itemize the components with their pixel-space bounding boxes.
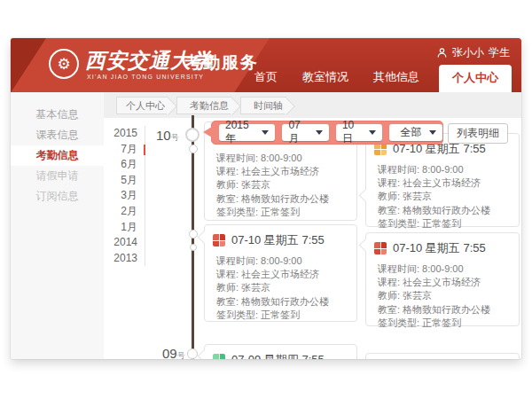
- timeline-node: [189, 145, 198, 153]
- breadcrumb-band: 个人中心 考勤信息 时间轴: [104, 92, 521, 118]
- attendance-card-clipped: [365, 353, 520, 359]
- classroom-row: 教室: 格物致知行政办公楼: [378, 204, 510, 217]
- teacher-row: 教师: 张芸京: [216, 281, 348, 294]
- timeline-month-march[interactable]: 3月: [105, 188, 137, 204]
- sidebar-item-attendance-info-active[interactable]: 考勤信息: [11, 145, 104, 166]
- caret-down-icon: [429, 130, 436, 135]
- timeline-month-may[interactable]: 5月: [105, 173, 137, 189]
- caret-down-icon: [262, 130, 269, 135]
- app-window: ⚙ 西安交通大学 XI'AN JIAO TONG UNIVERSITY 考勤服务…: [11, 38, 521, 359]
- filter-pointer-arrow: [203, 127, 212, 137]
- classroom-row: 教室: 格物致知行政办公楼: [216, 295, 348, 309]
- list-detail-button[interactable]: 列表明细: [448, 123, 508, 144]
- attendance-tiles-icon: [213, 234, 225, 246]
- attendance-card-clipped: 07-09 星期四 7:55: [204, 344, 357, 359]
- page-background: ⚙ 西安交通大学 XI'AN JIAO TONG UNIVERSITY 考勤服务…: [0, 0, 532, 399]
- nav-tab-personal-center-active[interactable]: 个人中心: [439, 65, 512, 92]
- timeline-node: [187, 348, 198, 359]
- month-dropdown[interactable]: 07月: [282, 124, 329, 141]
- attendance-card: 07-10 星期五 7:55 课程时间: 8:00-9:00 课程: 社会主义市…: [204, 224, 357, 322]
- teacher-row: 教师: 张芸京: [216, 178, 348, 192]
- user-info[interactable]: 张小小 学生: [436, 45, 510, 60]
- timeline-month-july-selected[interactable]: 7月: [105, 142, 137, 158]
- teacher-row: 教师: 张芸京: [378, 289, 510, 302]
- caret-down-icon: [369, 130, 376, 135]
- teacher-row: 教师: 张芸京: [378, 190, 510, 203]
- signin-type-row: 签到类型: 正常签到: [378, 317, 510, 330]
- app-header: ⚙ 西安交通大学 XI'AN JIAO TONG UNIVERSITY 考勤服务…: [11, 38, 521, 92]
- timeline-day-09-label: 09号: [162, 346, 185, 359]
- course-time-row: 课程时间: 8:00-9:00: [378, 262, 510, 276]
- nav-item-home[interactable]: 首页: [242, 69, 290, 92]
- timeline-node: [190, 244, 197, 251]
- sidebar-item-basic-info[interactable]: 基本信息: [11, 105, 104, 125]
- timeline-month-february[interactable]: 2月: [105, 204, 137, 220]
- sidebar-item-subscription-info[interactable]: 订阅信息: [11, 186, 104, 207]
- timeline-month-june[interactable]: 6月: [105, 157, 137, 173]
- course-row: 课程: 社会主义市场经济: [216, 165, 348, 178]
- day-dropdown[interactable]: 10日: [336, 124, 383, 141]
- signin-type-row: 签到类型: 正常签到: [216, 309, 348, 322]
- main-nav: 首页 教室情况 其他信息 个人中心: [242, 65, 512, 92]
- card-date-title: 07-10 星期五 7:55: [231, 232, 325, 248]
- course-row: 课程: 社会主义市场经济: [216, 268, 348, 281]
- user-name: 张小小: [452, 45, 484, 60]
- card-date-title: 07-09 星期四 7:55: [231, 352, 325, 359]
- university-name-en: XI'AN JIAO TONG UNIVERSITY: [87, 74, 204, 80]
- timeline-month-list: 2015 7月 6月 5月 3月 2月 1月 2014 2013: [105, 126, 145, 266]
- nav-item-other-info[interactable]: 其他信息: [361, 69, 432, 92]
- filter-bar: 2015年 07月 10日 全部: [211, 121, 443, 145]
- timeline-month-january[interactable]: 1月: [105, 220, 137, 236]
- sidebar-item-timetable-info[interactable]: 课表信息: [11, 125, 104, 145]
- course-time-row: 课程时间: 8:00-9:00: [216, 152, 348, 165]
- attendance-card: 07-10 星期五 7:55 课程时间: 8:00-9:00 课程: 社会主义市…: [365, 232, 520, 326]
- attendance-tiles-icon: [374, 143, 387, 155]
- signin-type-row: 签到类型: 正常签到: [378, 217, 510, 231]
- sidebar-item-leave-request[interactable]: 请假申请: [11, 166, 104, 186]
- university-logo-icon: ⚙: [49, 49, 79, 79]
- nav-item-classrooms[interactable]: 教室情况: [290, 69, 361, 92]
- timeline-node: [189, 230, 198, 239]
- attendance-card: 07-10 星期五 7:55 课程时间: 8:00-9:00 课程: 社会主义市…: [365, 133, 520, 227]
- year-dropdown[interactable]: 2015年: [219, 124, 275, 141]
- course-row: 课程: 社会主义市场经济: [378, 276, 510, 289]
- breadcrumb-timeline[interactable]: 时间轴: [240, 97, 286, 114]
- card-date-title: 07-10 星期五 7:55: [393, 240, 486, 256]
- user-role: 学生: [489, 45, 510, 60]
- classroom-row: 教室: 格物致知行政办公楼: [216, 192, 348, 206]
- timeline-year-2014[interactable]: 2014: [105, 235, 137, 251]
- breadcrumb-attendance-info[interactable]: 考勤信息: [176, 97, 232, 114]
- breadcrumb: 个人中心 考勤信息 时间轴: [116, 97, 294, 114]
- person-icon: [436, 47, 448, 59]
- timeline-day-10-label: 10号: [156, 128, 179, 144]
- timeline-year-2013[interactable]: 2013: [105, 251, 137, 267]
- attendance-tiles-icon: [374, 242, 387, 254]
- timeline-year-2015[interactable]: 2015: [105, 126, 137, 142]
- timeline-node-large: [185, 128, 200, 142]
- type-dropdown[interactable]: 全部: [389, 124, 442, 141]
- sidebar: 基本信息 课表信息 考勤信息 请假申请 订阅信息: [11, 92, 104, 359]
- course-time-row: 课程时间: 8:00-9:00: [378, 163, 510, 176]
- classroom-row: 教室: 格物致知行政办公楼: [378, 303, 510, 317]
- breadcrumb-personal-center[interactable]: 个人中心: [116, 97, 168, 114]
- course-row: 课程: 社会主义市场经济: [378, 176, 510, 190]
- signin-type-row: 签到类型: 正常签到: [216, 206, 348, 219]
- course-time-row: 课程时间: 8:00-9:00: [216, 254, 348, 268]
- caret-down-icon: [316, 130, 323, 135]
- attendance-tiles-icon: [213, 354, 225, 359]
